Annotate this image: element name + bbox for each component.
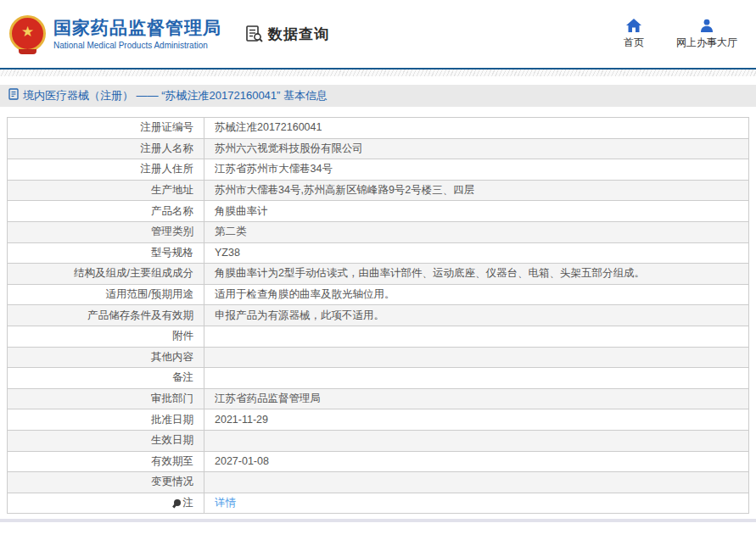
nav-home-label: 首页 (624, 36, 644, 50)
table-row: 备注 (8, 368, 749, 389)
hatch-pattern-band (0, 70, 756, 76)
row-label: 型号规格 (8, 242, 204, 264)
row-label: 注册证编号 (8, 118, 204, 139)
row-label: 有效期至 (8, 451, 204, 472)
row-label: 附件 (8, 326, 204, 347)
breadcrumb: 境内医疗器械（注册） —— “苏械注准20172160041” 基本信息 (0, 85, 756, 107)
breadcrumb-text: 境内医疗器械（注册） —— “苏械注准20172160041” 基本信息 (23, 88, 328, 103)
row-value: YZ38 (204, 242, 749, 264)
row-value: 江苏省药品监督管理局 (204, 388, 749, 409)
table-row: 批准日期2021-11-29 (8, 409, 749, 431)
row-value: 第二类 (204, 221, 749, 242)
site-title: 国家药品监督管理局 (53, 18, 221, 38)
nav-home[interactable]: 首页 (624, 19, 644, 50)
row-value (204, 472, 749, 493)
table-row: 注详情 (8, 493, 749, 514)
row-label: 结构及组成/主要组成成分 (8, 264, 204, 285)
row-label: 适用范围/预期用途 (8, 284, 204, 305)
table-row: 附件 (8, 326, 749, 347)
row-value: 申报产品为有源器械，此项不适用。 (204, 305, 749, 326)
row-value: 详情 (204, 493, 749, 514)
table-row: 有效期至2027-01-08 (8, 451, 749, 472)
row-label: 产品名称 (8, 201, 204, 222)
row-label: 批准日期 (8, 409, 204, 431)
row-label: 生产地址 (8, 180, 204, 201)
row-label: 管理类别 (8, 221, 204, 242)
table-row: 型号规格YZ38 (8, 242, 749, 264)
row-value: 适用于检查角膜的曲率及散光轴位用。 (204, 284, 749, 305)
row-value: 角膜曲率计为2型手动估读式，由曲率计部件、运动底座、仪器台、电箱、头架五部分组成… (204, 264, 749, 285)
table-row: 生效日期 (8, 430, 749, 451)
info-table-body: 注册证编号苏械注准20172160041注册人名称苏州六六视觉科技股份有限公司注… (8, 118, 749, 514)
table-row: 注册人住所江苏省苏州市大儒巷34号 (8, 159, 749, 181)
table-row: 产品储存条件及有效期申报产品为有源器械，此项不适用。 (8, 305, 749, 326)
row-value (204, 326, 749, 347)
row-value: 苏械注准20172160041 (204, 118, 749, 139)
row-value: 2021-11-29 (204, 409, 749, 431)
info-table: 注册证编号苏械注准20172160041注册人名称苏州六六视觉科技股份有限公司注… (7, 117, 749, 514)
row-value (204, 430, 749, 451)
national-emblem-logo (8, 14, 47, 54)
nav-service-hall[interactable]: 网上办事大厅 (676, 19, 737, 50)
table-row: 注册人名称苏州六六视觉科技股份有限公司 (8, 138, 749, 159)
row-label: 其他内容 (8, 347, 204, 368)
data-query-label: 数据查询 (268, 25, 329, 44)
row-label: 备注 (8, 368, 204, 389)
site-title-block: 国家药品监督管理局 National Medical Products Admi… (53, 18, 221, 49)
row-value: 江苏省苏州市大儒巷34号 (204, 159, 749, 181)
page: 国家药品监督管理局 National Medical Products Admi… (0, 0, 756, 540)
row-label: 生效日期 (8, 430, 204, 451)
row-value (204, 368, 749, 389)
footer-strip (0, 519, 756, 522)
site-header: 国家药品监督管理局 National Medical Products Admi… (0, 0, 756, 68)
row-label: 注册人住所 (8, 159, 204, 181)
document-search-icon (245, 25, 264, 43)
row-label: 变更情况 (8, 472, 204, 493)
document-icon (8, 88, 19, 103)
table-row: 适用范围/预期用途适用于检查角膜的曲率及散光轴位用。 (8, 284, 749, 305)
row-label: 注册人名称 (8, 138, 204, 159)
table-row: 结构及组成/主要组成成分角膜曲率计为2型手动估读式，由曲率计部件、运动底座、仪器… (8, 264, 749, 285)
bulb-icon (174, 499, 181, 506)
table-row: 其他内容 (8, 347, 749, 368)
table-row: 注册证编号苏械注准20172160041 (8, 118, 749, 139)
person-icon (700, 19, 714, 32)
row-value: 角膜曲率计 (204, 201, 749, 222)
row-value: 苏州市大儒巷34号,苏州高新区锦峰路9号2号楼三、四层 (204, 180, 749, 201)
site-subtitle: National Medical Products Administration (53, 41, 221, 50)
home-icon (626, 19, 641, 32)
table-row: 变更情况 (8, 472, 749, 493)
table-row: 管理类别第二类 (8, 221, 749, 242)
row-value: 2027-01-08 (204, 451, 749, 472)
row-value: 苏州六六视觉科技股份有限公司 (204, 138, 749, 159)
table-row: 审批部门江苏省药品监督管理局 (8, 388, 749, 409)
row-label: 注 (8, 493, 204, 514)
detail-link[interactable]: 详情 (215, 497, 236, 509)
nav-service-hall-label: 网上办事大厅 (676, 36, 737, 50)
table-row: 产品名称角膜曲率计 (8, 201, 749, 222)
row-value (204, 347, 749, 368)
table-row: 生产地址苏州市大儒巷34号,苏州高新区锦峰路9号2号楼三、四层 (8, 180, 749, 201)
data-query-section[interactable]: 数据查询 (245, 25, 329, 44)
row-label: 产品储存条件及有效期 (8, 305, 204, 326)
header-nav: 首页 网上办事大厅 (624, 19, 748, 50)
row-label: 审批部门 (8, 388, 204, 409)
